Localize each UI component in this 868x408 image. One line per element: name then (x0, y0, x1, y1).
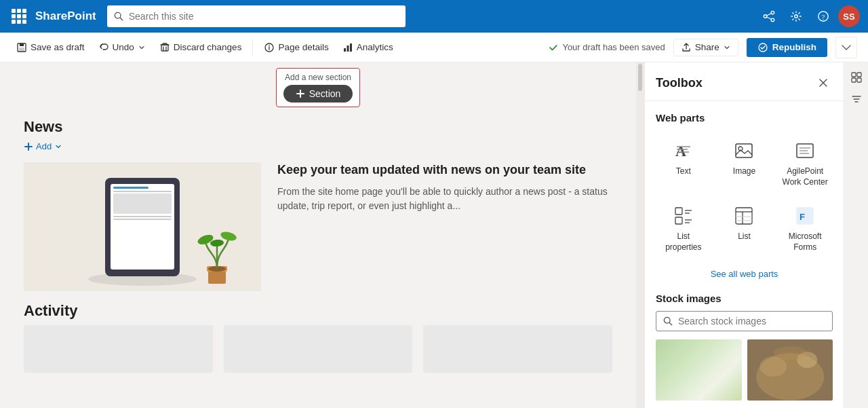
agilepoint-webpart-icon (793, 138, 817, 163)
settings-icon[interactable] (784, 4, 808, 29)
news-add-button[interactable]: Add (24, 141, 62, 151)
tablet-screen (111, 184, 174, 270)
add-dropdown-icon (54, 143, 62, 151)
check-icon (548, 42, 559, 53)
svg-text:?: ? (822, 13, 825, 21)
discard-icon (159, 42, 170, 53)
toolbox-icon (850, 71, 863, 84)
toolbox-title: Toolbox (656, 76, 703, 90)
webpart-list[interactable]: List (717, 198, 772, 258)
news-image (24, 162, 261, 291)
svg-point-63 (773, 346, 807, 360)
activity-section: Activity (24, 302, 612, 373)
svg-rect-19 (350, 43, 352, 52)
help-icon[interactable]: ? (811, 4, 835, 29)
svg-rect-50 (736, 208, 752, 224)
search-input[interactable] (129, 11, 399, 22)
image-webpart-label: Image (733, 166, 755, 177)
activity-cards (24, 325, 612, 373)
save-draft-label: Save as draft (31, 42, 85, 52)
stock-image-1[interactable] (656, 339, 742, 401)
webpart-forms[interactable]: F Microsoft Forms (777, 198, 833, 258)
stock-image-2[interactable] (747, 339, 833, 401)
svg-line-6 (767, 17, 772, 19)
waffle-menu[interactable] (8, 5, 30, 27)
waffle-icon (12, 9, 26, 24)
svg-point-7 (795, 15, 798, 18)
svg-point-4 (764, 15, 767, 18)
activity-card-3 (423, 325, 612, 373)
article-excerpt: From the site home page you'll be able t… (277, 185, 612, 213)
draft-saved-status: Your draft has been saved (548, 42, 665, 53)
app-name: SharePoint (35, 10, 96, 23)
canvas-scrollbar[interactable] (636, 62, 644, 408)
svg-rect-66 (852, 78, 856, 82)
see-all-webparts-link[interactable]: See all web parts (656, 269, 833, 279)
save-draft-button[interactable]: Save as draft (11, 39, 90, 56)
share-network-icon[interactable] (757, 4, 781, 29)
activity-card-1 (24, 325, 213, 373)
share-button[interactable]: Share (673, 39, 738, 56)
tablet-line2b (113, 216, 172, 217)
svg-rect-67 (857, 78, 861, 82)
stock-images-grid (656, 339, 833, 401)
nav-icons: ? SS (757, 4, 860, 29)
webpart-image[interactable]: Image (717, 133, 772, 193)
republish-button[interactable]: Republish (747, 38, 827, 57)
tablet-line (113, 187, 149, 189)
discard-button[interactable]: Discard changes (154, 39, 248, 56)
webparts-title: Web parts (656, 112, 833, 124)
tablet-img-block (113, 193, 172, 214)
svg-line-5 (767, 14, 772, 16)
republish-icon (757, 42, 768, 53)
share-label: Share (695, 42, 719, 52)
add-section-button[interactable]: Section (283, 85, 353, 103)
activity-card-2 (224, 325, 413, 373)
list-webpart-icon (732, 204, 756, 228)
toolbox-toggle-button[interactable] (847, 68, 866, 87)
forms-webpart-label: Microsoft Forms (780, 231, 830, 253)
svg-point-30 (210, 239, 224, 247)
article-title: Keep your team updated with news on your… (277, 162, 612, 178)
toolbox-header: Toolbox (645, 62, 844, 101)
tablet-illustration (24, 162, 261, 291)
avatar[interactable]: SS (838, 5, 860, 27)
undo-button[interactable]: Undo (93, 39, 151, 56)
collapse-button[interactable] (835, 37, 857, 58)
toolbox-body: Web parts A Text (645, 101, 844, 408)
side-strip (844, 62, 868, 408)
image-webpart-icon (732, 138, 756, 163)
undo-icon (98, 42, 109, 53)
section-button-label: Section (309, 88, 341, 99)
text-webpart-icon: A (671, 138, 696, 163)
svg-point-3 (771, 18, 774, 22)
stock-search-bar[interactable] (656, 311, 833, 331)
webpart-agilepoint[interactable]: AgilePoint Work Center (777, 133, 833, 193)
stock-search-input[interactable] (678, 316, 825, 327)
analytics-button[interactable]: Analytics (337, 39, 399, 56)
forms-webpart-icon: F (793, 204, 817, 228)
svg-line-1 (120, 18, 123, 20)
svg-rect-17 (344, 48, 346, 52)
plus-icon (296, 89, 305, 98)
section-tooltip: Add a new section Section (276, 68, 361, 107)
toolbox-close-button[interactable] (814, 73, 833, 92)
agilepoint-webpart-label: AgilePoint Work Center (780, 166, 830, 187)
search-bar[interactable] (107, 5, 406, 27)
search-icon (114, 12, 123, 21)
list-properties-webpart-icon (671, 204, 696, 228)
canvas: Add a new section Section News A (0, 62, 636, 408)
filter-icon-button[interactable] (847, 90, 866, 109)
webpart-list-properties[interactable]: List properties (656, 198, 711, 258)
share-icon (681, 42, 692, 53)
plant-illustration (193, 215, 241, 291)
svg-rect-11 (20, 43, 24, 46)
plus-small-icon (24, 142, 33, 151)
svg-point-61 (760, 356, 787, 377)
page-details-button[interactable]: Page details (258, 39, 334, 56)
webpart-text[interactable]: A Text (656, 133, 711, 193)
divider (252, 39, 253, 56)
page-details-label: Page details (278, 42, 328, 52)
svg-rect-18 (347, 45, 349, 52)
draft-saved-text: Your draft has been saved (562, 42, 665, 52)
